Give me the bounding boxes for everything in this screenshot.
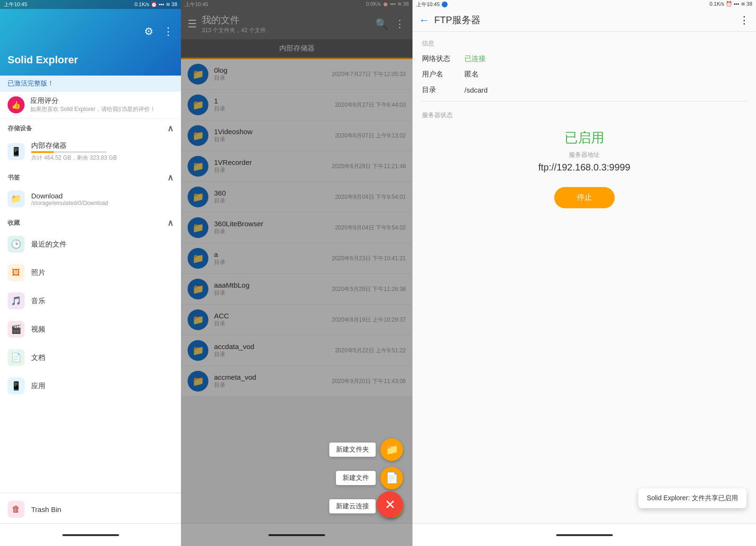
ftp-nav-indicator bbox=[556, 534, 613, 536]
download-icon: 📁 bbox=[8, 190, 25, 207]
favorites-section-header: 收藏 ∧ bbox=[0, 213, 181, 230]
network-status-label: 网络状态 bbox=[422, 54, 464, 63]
username-row: 用户名 匿名 bbox=[422, 70, 747, 79]
download-path: /storage/emulated/0/Download bbox=[31, 200, 108, 206]
photos-item[interactable]: 🖼 照片 bbox=[0, 258, 181, 287]
ftp-title: FTP服务器 bbox=[434, 14, 734, 26]
storage-section-header: 存储设备 ∧ bbox=[0, 119, 181, 136]
ftp-status-icons: 0.1K/s ⏰ ▪▪▪ ≋ 38 bbox=[710, 1, 752, 8]
download-item[interactable]: 📁 Download /storage/emulated/0/Download bbox=[0, 185, 181, 213]
sidebar-time: 上午10:45 bbox=[4, 1, 27, 8]
recent-files-icon: 🕒 bbox=[8, 236, 25, 253]
download-name: Download bbox=[31, 192, 108, 200]
ftp-time: 上午10:45 🔵 bbox=[416, 1, 448, 8]
trash-divider bbox=[0, 493, 181, 493]
sidebar-title-area: Solid Explorer bbox=[8, 54, 78, 66]
network-status-row: 网络状态 已连接 bbox=[422, 54, 747, 63]
ftp-overflow-icon[interactable]: ⋮ bbox=[739, 14, 749, 26]
storage-bar-container bbox=[31, 151, 107, 153]
info-section-title: 信息 bbox=[422, 39, 747, 48]
docs-item[interactable]: 📄 文档 bbox=[0, 343, 181, 372]
download-info: Download /storage/emulated/0/Download bbox=[31, 192, 108, 206]
photos-icon: 🖼 bbox=[8, 264, 25, 281]
notification-toast: Solid Explorer: 文件共享已启用 bbox=[638, 488, 747, 508]
ftp-content: 信息 网络状态 已连接 用户名 匿名 目录 /sdcard 服务器状态 已启用 … bbox=[412, 32, 756, 523]
storage-section-title: 存储设备 bbox=[8, 124, 32, 133]
new-folder-label: 新建文件夹 bbox=[329, 443, 376, 457]
video-label: 视频 bbox=[31, 325, 45, 334]
ftp-bottom-bar bbox=[412, 523, 756, 546]
bookmarks-chevron-icon[interactable]: ∧ bbox=[167, 172, 173, 183]
username-label: 用户名 bbox=[422, 70, 464, 79]
sidebar-bottom-bar bbox=[0, 523, 181, 546]
new-folder-icon[interactable]: 📁 bbox=[380, 438, 403, 461]
photos-label: 照片 bbox=[31, 268, 45, 277]
music-item[interactable]: 🎵 音乐 bbox=[0, 287, 181, 315]
internal-storage-item[interactable]: 📱 内部存储器 共计 464.52 GB，剩余 323.83 GB bbox=[0, 136, 181, 168]
sidebar-nav-indicator bbox=[62, 534, 119, 536]
rating-main-text: 应用评分 bbox=[30, 96, 155, 105]
docs-label: 文档 bbox=[31, 353, 45, 362]
sidebar-header: 上午10:45 0.1K/s ⏰ ▪▪▪ ≋ 38 Solid Explorer… bbox=[0, 0, 181, 76]
internal-storage-info: 内部存储器 共计 464.52 GB，剩余 323.83 GB bbox=[31, 141, 117, 162]
storage-chevron-icon[interactable]: ∧ bbox=[167, 123, 173, 134]
server-address-value: ftp://192.168.0.3:9999 bbox=[422, 162, 747, 173]
recent-files-label: 最近的文件 bbox=[31, 240, 67, 249]
notification-text: Solid Explorer: 文件共享已启用 bbox=[647, 494, 738, 502]
video-item[interactable]: 🎬 视频 bbox=[0, 315, 181, 343]
settings-icon[interactable]: ⚙ bbox=[142, 24, 155, 40]
sidebar-panel: 上午10:45 0.1K/s ⏰ ▪▪▪ ≋ 38 Solid Explorer… bbox=[0, 0, 181, 546]
new-file-label: 新建文件 bbox=[336, 471, 376, 485]
ftp-panel: 上午10:45 🔵 0.1K/s ⏰ ▪▪▪ ≋ 38 ← FTP服务器 ⋮ 信… bbox=[412, 0, 756, 546]
rating-item[interactable]: 👍 应用评分 如果您喜欢 Solid Explorer，请给我们5星的评价！ bbox=[0, 92, 181, 119]
trash-icon: 🗑 bbox=[8, 501, 25, 518]
network-status-value: 已连接 bbox=[464, 54, 486, 63]
sidebar-status-icons: 0.1K/s ⏰ ▪▪▪ ≋ 38 bbox=[135, 1, 177, 8]
internal-storage-sub: 共计 464.52 GB，剩余 323.83 GB bbox=[31, 154, 117, 162]
music-label: 音乐 bbox=[31, 297, 45, 306]
directory-row: 目录 /sdcard bbox=[422, 85, 747, 94]
username-value: 匿名 bbox=[464, 70, 479, 79]
music-icon: 🎵 bbox=[8, 292, 25, 309]
server-status-section: 服务器状态 已启用 服务器地址 ftp://192.168.0.3:9999 停… bbox=[422, 111, 747, 208]
sidebar-app-title: Solid Explorer bbox=[8, 54, 78, 66]
internal-storage-icon: 📱 bbox=[8, 143, 25, 160]
rating-sub-text: 如果您喜欢 Solid Explorer，请给我们5星的评价！ bbox=[30, 105, 155, 113]
ftp-status-bar: 上午10:45 🔵 0.1K/s ⏰ ▪▪▪ ≋ 38 bbox=[412, 0, 756, 9]
server-status-title: 服务器状态 bbox=[422, 111, 747, 119]
stop-server-button[interactable]: 停止 bbox=[554, 187, 615, 208]
trash-bin-item[interactable]: 🗑 Trash Bin bbox=[0, 495, 181, 523]
storage-bar-fill bbox=[31, 151, 54, 153]
server-enabled-text: 已启用 bbox=[422, 129, 747, 147]
bookmarks-section-header: 书签 ∧ bbox=[0, 168, 181, 185]
recent-files-item[interactable]: 🕒 最近的文件 bbox=[0, 230, 181, 258]
fab-close-button[interactable]: ✕ bbox=[377, 491, 403, 518]
apps-item[interactable]: 📱 应用 bbox=[0, 372, 181, 400]
new-file-menu-item[interactable]: 新建文件 📄 bbox=[336, 467, 403, 489]
favorites-section-title: 收藏 bbox=[8, 219, 20, 227]
rating-text: 应用评分 如果您喜欢 Solid Explorer，请给我们5星的评价！ bbox=[30, 96, 155, 113]
overflow-menu-icon[interactable]: ⋮ bbox=[161, 24, 175, 40]
activated-banner: 已激活完整版！ bbox=[0, 76, 181, 92]
bookmarks-section-title: 书签 bbox=[8, 173, 20, 182]
info-divider bbox=[422, 101, 747, 102]
directory-label: 目录 bbox=[422, 85, 464, 94]
docs-icon: 📄 bbox=[8, 349, 25, 366]
new-file-icon[interactable]: 📄 bbox=[380, 467, 403, 489]
new-folder-menu-item[interactable]: 新建文件夹 📁 bbox=[329, 438, 403, 461]
internal-storage-name: 内部存储器 bbox=[31, 141, 117, 150]
apps-icon: 📱 bbox=[8, 377, 25, 394]
new-cloud-label: 新建云连接 bbox=[329, 499, 376, 513]
video-icon: 🎬 bbox=[8, 321, 25, 338]
trash-label: Trash Bin bbox=[31, 505, 61, 513]
rating-icon: 👍 bbox=[8, 96, 25, 113]
directory-value: /sdcard bbox=[464, 86, 488, 94]
sidebar-status-bar: 上午10:45 0.1K/s ⏰ ▪▪▪ ≋ 38 bbox=[0, 0, 181, 9]
file-manager-panel: 上午10:45 0.0K/s ⏰ ▪▪▪ ≋ 38 ☰ 我的文件 313 个文件… bbox=[181, 0, 412, 546]
favorites-chevron-icon[interactable]: ∧ bbox=[167, 218, 173, 228]
server-address-label: 服务器地址 bbox=[422, 151, 747, 159]
ftp-toolbar: ← FTP服务器 ⋮ bbox=[412, 9, 756, 32]
sidebar-header-icons[interactable]: ⚙ ⋮ bbox=[142, 24, 175, 40]
ftp-back-button[interactable]: ← bbox=[419, 14, 430, 26]
apps-label: 应用 bbox=[31, 382, 45, 391]
